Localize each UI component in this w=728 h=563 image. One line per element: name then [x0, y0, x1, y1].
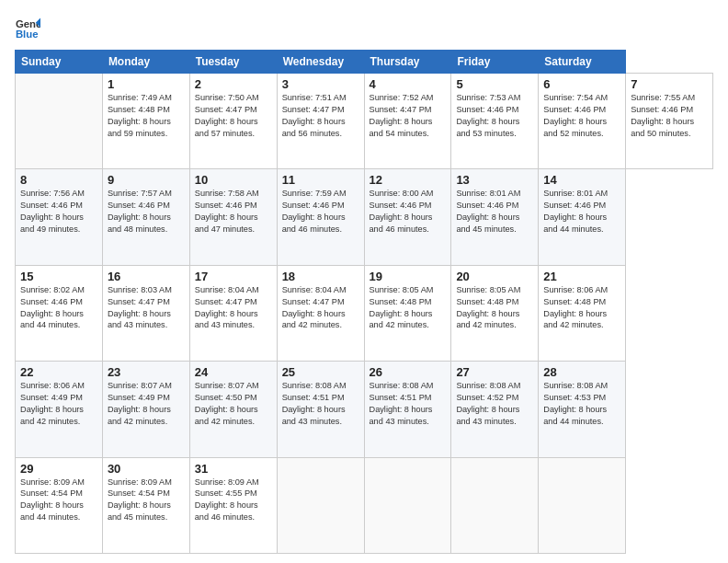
day-number: 20 — [456, 270, 533, 283]
day-number: 12 — [370, 173, 447, 187]
day-detail: Sunrise: 8:08 AM Sunset: 4:51 PM Dayligh… — [282, 380, 359, 428]
day-cell-28: 28 Sunrise: 8:08 AM Sunset: 4:53 PM Dayl… — [539, 362, 626, 457]
day-number: 30 — [108, 462, 185, 476]
day-detail: Sunrise: 8:08 AM Sunset: 4:51 PM Dayligh… — [370, 380, 447, 428]
day-cell-2: 2 Sunrise: 7:50 AM Sunset: 4:47 PM Dayli… — [189, 74, 277, 169]
day-detail: Sunrise: 7:58 AM Sunset: 4:46 PM Dayligh… — [195, 188, 272, 236]
day-number: 3 — [282, 77, 359, 91]
day-number: 1 — [108, 77, 185, 91]
day-of-week-row: SundayMondayTuesdayWednesdayThursdayFrid… — [16, 51, 713, 74]
day-detail: Sunrise: 8:08 AM Sunset: 4:52 PM Dayligh… — [456, 380, 533, 428]
week-row-4: 22 Sunrise: 8:06 AM Sunset: 4:49 PM Dayl… — [16, 362, 713, 457]
day-detail: Sunrise: 7:54 AM Sunset: 4:46 PM Dayligh… — [543, 92, 620, 140]
day-detail: Sunrise: 7:53 AM Sunset: 4:46 PM Dayligh… — [456, 92, 533, 140]
empty-cell — [277, 457, 364, 553]
day-number: 18 — [282, 270, 359, 283]
svg-text:Blue: Blue — [16, 29, 39, 40]
day-cell-12: 12 Sunrise: 8:00 AM Sunset: 4:46 PM Dayl… — [364, 169, 451, 265]
day-cell-27: 27 Sunrise: 8:08 AM Sunset: 4:52 PM Dayl… — [451, 362, 539, 457]
week-row-2: 8 Sunrise: 7:56 AM Sunset: 4:46 PM Dayli… — [16, 169, 713, 265]
day-detail: Sunrise: 8:04 AM Sunset: 4:47 PM Dayligh… — [195, 284, 272, 332]
day-number: 10 — [195, 173, 272, 187]
day-cell-6: 6 Sunrise: 7:54 AM Sunset: 4:46 PM Dayli… — [539, 74, 626, 169]
day-number: 13 — [456, 173, 533, 187]
logo: General Blue — [15, 15, 40, 40]
day-detail: Sunrise: 7:52 AM Sunset: 4:47 PM Dayligh… — [370, 92, 447, 140]
day-detail: Sunrise: 8:04 AM Sunset: 4:47 PM Dayligh… — [282, 284, 359, 332]
day-cell-22: 22 Sunrise: 8:06 AM Sunset: 4:49 PM Dayl… — [16, 362, 103, 457]
day-cell-15: 15 Sunrise: 8:02 AM Sunset: 4:46 PM Dayl… — [16, 265, 103, 361]
day-number: 17 — [195, 270, 272, 283]
empty-cell — [364, 457, 451, 553]
day-detail: Sunrise: 7:57 AM Sunset: 4:46 PM Dayligh… — [108, 188, 185, 236]
day-detail: Sunrise: 7:49 AM Sunset: 4:48 PM Dayligh… — [108, 92, 185, 140]
day-number: 2 — [195, 77, 272, 91]
day-number: 9 — [108, 173, 185, 187]
day-detail: Sunrise: 7:51 AM Sunset: 4:47 PM Dayligh… — [282, 92, 359, 140]
day-cell-14: 14 Sunrise: 8:01 AM Sunset: 4:46 PM Dayl… — [539, 169, 626, 265]
day-number: 21 — [543, 270, 620, 283]
day-detail: Sunrise: 8:05 AM Sunset: 4:48 PM Dayligh… — [456, 284, 533, 332]
dow-header-wednesday: Wednesday — [277, 51, 364, 74]
day-cell-24: 24 Sunrise: 8:07 AM Sunset: 4:50 PM Dayl… — [189, 362, 277, 457]
dow-header-sunday: Sunday — [16, 51, 103, 74]
day-cell-5: 5 Sunrise: 7:53 AM Sunset: 4:46 PM Dayli… — [451, 74, 539, 169]
day-detail: Sunrise: 7:59 AM Sunset: 4:46 PM Dayligh… — [282, 188, 359, 236]
day-number: 7 — [631, 77, 708, 91]
calendar-body: 1 Sunrise: 7:49 AM Sunset: 4:48 PM Dayli… — [16, 74, 713, 554]
day-cell-18: 18 Sunrise: 8:04 AM Sunset: 4:47 PM Dayl… — [277, 265, 364, 361]
dow-header-monday: Monday — [102, 51, 189, 74]
day-cell-31: 31 Sunrise: 8:09 AM Sunset: 4:55 PM Dayl… — [189, 457, 277, 553]
empty-cell — [16, 74, 103, 169]
day-number: 14 — [543, 173, 620, 187]
day-number: 31 — [195, 462, 272, 476]
day-detail: Sunrise: 8:02 AM Sunset: 4:46 PM Dayligh… — [20, 284, 97, 332]
empty-cell — [451, 457, 539, 553]
day-cell-7: 7 Sunrise: 7:55 AM Sunset: 4:46 PM Dayli… — [626, 74, 713, 169]
day-cell-20: 20 Sunrise: 8:05 AM Sunset: 4:48 PM Dayl… — [451, 265, 539, 361]
week-row-3: 15 Sunrise: 8:02 AM Sunset: 4:46 PM Dayl… — [16, 265, 713, 361]
day-detail: Sunrise: 7:50 AM Sunset: 4:47 PM Dayligh… — [195, 92, 272, 140]
day-cell-19: 19 Sunrise: 8:05 AM Sunset: 4:48 PM Dayl… — [364, 265, 451, 361]
calendar-table: SundayMondayTuesdayWednesdayThursdayFrid… — [15, 50, 713, 554]
day-number: 22 — [20, 365, 97, 379]
empty-cell — [539, 457, 626, 553]
dow-header-thursday: Thursday — [364, 51, 451, 74]
header: General Blue — [15, 15, 713, 40]
logo-icon: General Blue — [15, 15, 40, 40]
day-detail: Sunrise: 7:56 AM Sunset: 4:46 PM Dayligh… — [20, 188, 97, 236]
day-number: 19 — [370, 270, 447, 283]
day-number: 25 — [282, 365, 359, 379]
day-detail: Sunrise: 8:06 AM Sunset: 4:48 PM Dayligh… — [543, 284, 620, 332]
day-number: 15 — [20, 270, 97, 283]
day-number: 26 — [370, 365, 447, 379]
day-detail: Sunrise: 8:07 AM Sunset: 4:49 PM Dayligh… — [108, 380, 185, 428]
day-cell-13: 13 Sunrise: 8:01 AM Sunset: 4:46 PM Dayl… — [451, 169, 539, 265]
day-number: 27 — [456, 365, 533, 379]
day-cell-9: 9 Sunrise: 7:57 AM Sunset: 4:46 PM Dayli… — [102, 169, 189, 265]
dow-header-friday: Friday — [451, 51, 539, 74]
day-detail: Sunrise: 8:09 AM Sunset: 4:54 PM Dayligh… — [20, 477, 97, 524]
dow-header-tuesday: Tuesday — [189, 51, 277, 74]
week-row-5: 29 Sunrise: 8:09 AM Sunset: 4:54 PM Dayl… — [16, 457, 713, 553]
day-cell-25: 25 Sunrise: 8:08 AM Sunset: 4:51 PM Dayl… — [277, 362, 364, 457]
page: General Blue SundayMondayTuesdayWednesda… — [0, 0, 728, 563]
day-detail: Sunrise: 7:55 AM Sunset: 4:46 PM Dayligh… — [631, 92, 708, 140]
day-detail: Sunrise: 8:06 AM Sunset: 4:49 PM Dayligh… — [20, 380, 97, 428]
day-number: 8 — [20, 173, 97, 187]
day-number: 28 — [543, 365, 620, 379]
day-cell-8: 8 Sunrise: 7:56 AM Sunset: 4:46 PM Dayli… — [16, 169, 103, 265]
day-number: 24 — [195, 365, 272, 379]
day-cell-23: 23 Sunrise: 8:07 AM Sunset: 4:49 PM Dayl… — [102, 362, 189, 457]
dow-header-saturday: Saturday — [539, 51, 626, 74]
day-number: 16 — [108, 270, 185, 283]
day-cell-10: 10 Sunrise: 7:58 AM Sunset: 4:46 PM Dayl… — [189, 169, 277, 265]
day-cell-16: 16 Sunrise: 8:03 AM Sunset: 4:47 PM Dayl… — [102, 265, 189, 361]
week-row-1: 1 Sunrise: 7:49 AM Sunset: 4:48 PM Dayli… — [16, 74, 713, 169]
day-number: 4 — [370, 77, 447, 91]
day-detail: Sunrise: 8:09 AM Sunset: 4:55 PM Dayligh… — [195, 477, 272, 524]
day-number: 23 — [108, 365, 185, 379]
day-detail: Sunrise: 8:01 AM Sunset: 4:46 PM Dayligh… — [456, 188, 533, 236]
day-cell-3: 3 Sunrise: 7:51 AM Sunset: 4:47 PM Dayli… — [277, 74, 364, 169]
day-detail: Sunrise: 8:03 AM Sunset: 4:47 PM Dayligh… — [108, 284, 185, 332]
